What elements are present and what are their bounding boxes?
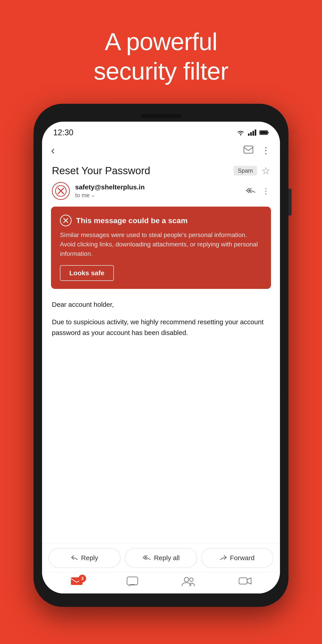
warning-body: Similar messages were used to steal peop… [60,230,262,258]
status-bar: 12:30 [42,122,280,140]
sender-row: safety@shelterplus.in to me ⌄ ⋮ [42,179,280,203]
email-content: Due to suspicious activity, we highly re… [52,317,270,338]
phone-notch [141,114,181,118]
reply-icon [71,554,78,562]
svg-rect-4 [244,146,253,153]
email-greeting: Dear account holder, [52,299,270,310]
email-body: Dear account holder, Due to suspicious a… [42,292,280,544]
phone-mockup: 12:30 [34,104,288,607]
sender-avatar [52,182,70,200]
reply-button[interactable]: Reply [49,548,120,568]
more-sender-options[interactable]: ⋮ [262,186,270,196]
svg-point-13 [190,578,193,582]
nav-mail[interactable]: 3 [70,576,83,587]
sender-to: to me ⌄ [75,192,240,199]
svg-rect-3 [260,131,267,134]
svg-rect-14 [239,578,247,584]
mail-badge-count: 3 [78,575,86,582]
sender-info: safety@shelterplus.in to me ⌄ [75,183,240,199]
svg-rect-2 [268,132,268,134]
sender-email: safety@shelterplus.in [75,183,240,191]
reply-all-button[interactable] [246,186,256,196]
action-buttons: Reply Reply all [42,544,280,572]
nav-meet[interactable] [182,576,195,587]
star-button[interactable]: ☆ [262,165,270,176]
warning-title: This message could be a scam [76,216,188,225]
phone-screen: 12:30 [42,122,280,594]
svg-point-0 [240,134,241,136]
wifi-icon [236,130,245,136]
warning-banner: This message could be a scam Similar mes… [51,206,271,289]
chat-icon [126,576,138,587]
nav-actions: ⋮ [244,145,271,156]
forward-label: Forward [230,554,254,562]
sender-actions: ⋮ [246,186,270,196]
bottom-nav: 3 [42,572,280,594]
reply-all-icon [142,554,151,562]
status-icons [236,130,269,136]
svg-rect-11 [127,577,138,585]
hero-section: A powerful security filter [94,0,228,104]
chevron-down-icon: ⌄ [91,192,95,198]
looks-safe-button[interactable]: Looks safe [60,265,114,281]
battery-icon [260,130,269,135]
svg-point-12 [184,577,189,582]
forward-icon [220,554,227,562]
more-options-icon[interactable]: ⋮ [262,145,271,156]
status-time: 12:30 [53,128,73,137]
phone-shell: 12:30 [34,104,288,607]
nav-chat[interactable] [126,576,138,587]
nav-video[interactable] [238,576,252,587]
back-button[interactable]: ‹ [51,144,55,157]
email-nav-icon[interactable] [244,145,253,156]
warning-x-icon [60,215,72,226]
forward-button[interactable]: Forward [202,548,273,568]
reply-all-label: Reply all [154,554,180,562]
video-icon [238,576,252,586]
warning-header: This message could be a scam [60,215,262,226]
reply-label: Reply [81,554,98,562]
people-icon [182,576,195,586]
mail-badge-container: 3 [70,576,83,587]
email-subject: Reset Your Password [52,164,229,177]
subject-row: Reset Your Password Spam ☆ [42,160,280,179]
reply-all-button[interactable]: Reply all [125,548,197,568]
hero-line2: security filter [94,57,228,85]
hero-line1: A powerful [105,28,217,55]
spam-badge: Spam [234,166,257,176]
signal-icon [248,130,256,136]
hero-text: A powerful security filter [94,27,228,86]
top-nav: ‹ ⋮ [42,140,280,160]
